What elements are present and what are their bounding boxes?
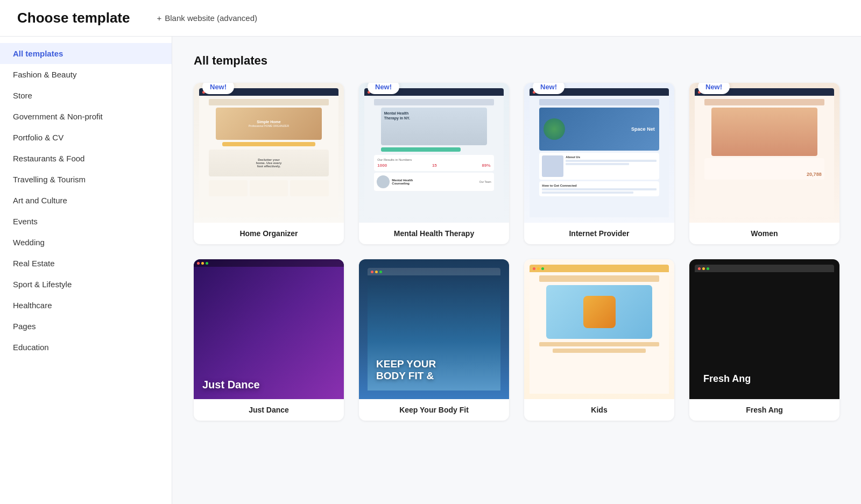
sidebar-item-all-templates[interactable]: All templates xyxy=(0,43,172,64)
sidebar-item-store[interactable]: Store xyxy=(0,85,172,106)
sidebar-item-government[interactable]: Government & Non-profit xyxy=(0,106,172,127)
templates-grid-row1: New! Simple HomeProfessional HOME ORGANI… xyxy=(194,83,839,244)
plus-icon: + xyxy=(157,13,162,23)
template-card-fresh-ang[interactable]: Fresh Ang Fresh Ang xyxy=(689,259,839,421)
sidebar-item-fashion-beauty[interactable]: Fashion & Beauty xyxy=(0,64,172,85)
header: Choose template + Blank website (advance… xyxy=(0,0,861,37)
template-card-fitness[interactable]: KEEP YOURBODY FIT & Keep Your Body Fit xyxy=(359,259,509,421)
template-label-fresh-ang: Fresh Ang xyxy=(689,399,839,421)
page-title: Choose template xyxy=(17,10,130,26)
template-preview-fresh-ang: Fresh Ang xyxy=(689,259,839,399)
blank-website-label: Blank website (advanced) xyxy=(165,13,257,23)
template-card-just-dance[interactable]: Just Dance Just Dance xyxy=(194,259,344,421)
sidebar-item-portfolio-cv[interactable]: Portfolio & CV xyxy=(0,127,172,148)
content-section-title: All templates xyxy=(194,54,839,68)
sidebar-item-education[interactable]: Education xyxy=(0,337,172,358)
template-label-fitness: Keep Your Body Fit xyxy=(359,399,509,421)
template-card-women[interactable]: New! 20,788 Women xyxy=(689,83,839,244)
content-area: All templates New! Simple HomeProfession… xyxy=(172,37,861,504)
sidebar-item-wedding[interactable]: Wedding xyxy=(0,232,172,253)
template-label-home-organizer: Home Organizer xyxy=(194,223,344,244)
template-label-just-dance: Just Dance xyxy=(194,399,344,421)
new-badge-mental-health: New! xyxy=(368,83,399,94)
sidebar-item-restaurants-food[interactable]: Restaurants & Food xyxy=(0,148,172,169)
sidebar: All templatesFashion & BeautyStoreGovern… xyxy=(0,37,172,504)
template-label-women: Women xyxy=(689,223,839,244)
template-card-kids[interactable]: Kids xyxy=(524,259,674,421)
template-card-home-organizer[interactable]: New! Simple HomeProfessional HOME ORGANI… xyxy=(194,83,344,244)
blank-website-button[interactable]: + Blank website (advanced) xyxy=(152,10,263,26)
templates-grid-row2: Just Dance Just Dance xyxy=(194,259,839,421)
sidebar-item-healthcare[interactable]: Healthcare xyxy=(0,295,172,316)
main-layout: All templatesFashion & BeautyStoreGovern… xyxy=(0,37,861,504)
template-preview-home-organizer: Simple HomeProfessional HOME ORGANIZER D… xyxy=(194,83,344,223)
sidebar-item-real-estate[interactable]: Real Estate xyxy=(0,253,172,274)
template-preview-women: 20,788 xyxy=(689,83,839,223)
template-label-mental-health: Mental Health Therapy xyxy=(359,223,509,244)
new-badge-internet-provider: New! xyxy=(533,83,564,94)
sidebar-item-sport-lifestyle[interactable]: Sport & Lifestyle xyxy=(0,274,172,295)
template-card-mental-health[interactable]: New! Mental HealthTherapy in NY. Our Res… xyxy=(359,83,509,244)
template-card-internet-provider[interactable]: New! Space Net About Us xyxy=(524,83,674,244)
template-preview-just-dance: Just Dance xyxy=(194,259,344,399)
sidebar-item-travelling-tourism[interactable]: Travelling & Tourism xyxy=(0,169,172,190)
template-preview-kids xyxy=(524,259,674,399)
new-badge-home-organizer: New! xyxy=(202,83,234,94)
template-preview-fitness: KEEP YOURBODY FIT & xyxy=(359,259,509,399)
template-label-internet-provider: Internet Provider xyxy=(524,223,674,244)
sidebar-item-pages[interactable]: Pages xyxy=(0,316,172,337)
template-preview-internet-provider: Space Net About Us How to Get Connected xyxy=(524,83,674,223)
sidebar-item-art-culture[interactable]: Art and Culture xyxy=(0,190,172,211)
new-badge-women: New! xyxy=(698,83,730,94)
sidebar-item-events[interactable]: Events xyxy=(0,211,172,232)
template-label-kids: Kids xyxy=(524,399,674,421)
template-preview-mental-health: Mental HealthTherapy in NY. Our Results … xyxy=(359,83,509,223)
